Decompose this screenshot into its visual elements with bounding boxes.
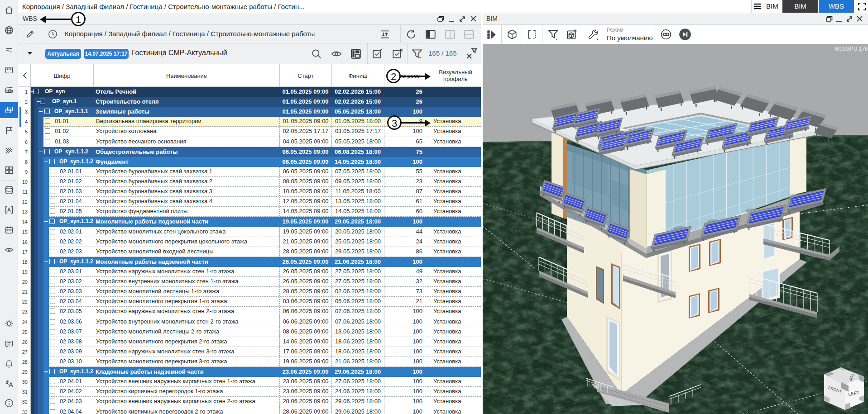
svg-text:WebGPU 176: WebGPU 176 — [834, 46, 868, 52]
